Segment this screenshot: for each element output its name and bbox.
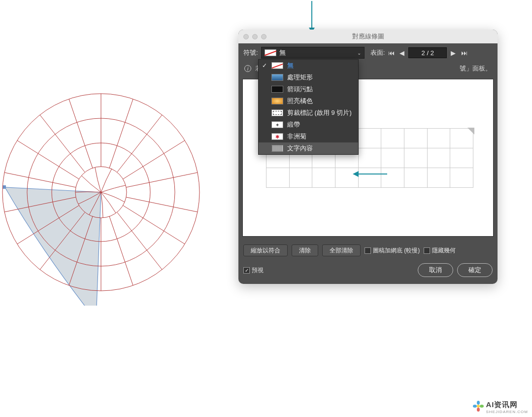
none-swatch-icon xyxy=(265,49,276,56)
svg-rect-0 xyxy=(2,185,6,189)
watermark-logo-icon xyxy=(473,401,484,414)
svg-point-29 xyxy=(477,401,480,405)
svg-point-28 xyxy=(477,405,480,408)
dialog-titlebar: 對應線條圖 xyxy=(238,30,498,43)
hide-geometry-checkbox[interactable]: 隱藏幾何 xyxy=(424,246,456,255)
dd-item-orange[interactable]: 照亮橘色 xyxy=(259,95,358,107)
dd-item-none[interactable]: 無 xyxy=(259,60,358,71)
crop-swatch-icon xyxy=(271,109,283,116)
svg-point-30 xyxy=(480,405,484,408)
dd-item-rect[interactable]: 處理矩形 xyxy=(259,71,358,83)
dd-label: 箭頭污點 xyxy=(287,85,313,94)
hide-geometry-label: 隱藏幾何 xyxy=(432,246,456,255)
dialog-title: 對應線條圖 xyxy=(238,32,498,41)
symbol-selected-value: 無 xyxy=(279,48,357,57)
svg-line-21 xyxy=(17,140,79,179)
watermark: AI资讯网 SHEJIDAREN.COM xyxy=(473,400,528,414)
arrow-swatch-icon xyxy=(271,86,283,93)
symbol-dropdown[interactable]: 無 ⌄ xyxy=(261,47,365,59)
dd-item-ribbon[interactable]: 緞帶 xyxy=(259,119,358,131)
checkbox-icon xyxy=(365,247,371,254)
annotation-arrow-down xyxy=(308,1,316,34)
symbol-options-dialog: 對應線條圖 符號: 無 ⌄ 表面: ⏮ ◀ 2 / 2 ▶ ⏭ i 若 號」面板… xyxy=(238,30,498,284)
dd-label: 處理矩形 xyxy=(287,73,313,82)
cancel-button[interactable]: 取消 xyxy=(418,263,453,277)
dd-label: 剪裁標記 (啟用 9 切片) xyxy=(287,108,352,117)
fit-to-scale-button[interactable]: 縮放以符合 xyxy=(243,244,288,256)
watermark-subtext: SHEJIDAREN.COM xyxy=(486,410,528,414)
symbol-label: 符號: xyxy=(243,48,258,57)
polar-chart-svg xyxy=(0,59,222,306)
dd-item-crop[interactable]: 剪裁標記 (啟用 9 切片) xyxy=(259,107,358,119)
none-swatch-icon xyxy=(271,62,283,69)
next-page-button[interactable]: ▶ xyxy=(449,49,458,57)
prev-page-button[interactable]: ◀ xyxy=(398,49,406,57)
surface-label: 表面: xyxy=(370,48,385,57)
svg-line-8 xyxy=(117,115,162,172)
flower-swatch-icon xyxy=(271,133,283,140)
raster-checkbox-label: 圖稿加網底 (較慢) xyxy=(373,246,420,255)
dd-label: 緞帶 xyxy=(287,120,300,129)
preview-checkbox-label: 預視 xyxy=(252,266,264,275)
clear-all-button[interactable]: 全部清除 xyxy=(322,244,361,256)
ribbon-swatch-icon xyxy=(271,121,283,128)
clear-button[interactable]: 清除 xyxy=(292,244,318,256)
dd-label: 非洲菊 xyxy=(287,132,306,141)
svg-line-7 xyxy=(109,99,133,168)
dd-label: 照亮橘色 xyxy=(287,97,313,105)
artboard-diagram xyxy=(0,59,222,306)
preview-checkbox[interactable]: ✓ 預視 xyxy=(243,266,264,275)
svg-line-13 xyxy=(117,212,162,270)
svg-line-20 xyxy=(4,173,76,187)
dd-label: 無 xyxy=(287,61,294,70)
svg-line-12 xyxy=(123,206,185,244)
svg-line-22 xyxy=(40,115,85,172)
annotation-arrow-left xyxy=(353,171,387,179)
svg-line-23 xyxy=(69,99,93,168)
ok-button[interactable]: 確定 xyxy=(457,263,493,277)
checkbox-icon xyxy=(424,247,430,254)
orange-swatch-icon xyxy=(271,98,283,104)
rect-swatch-icon xyxy=(271,74,283,81)
dialog-footer: 縮放以符合 清除 全部清除 圖稿加網底 (較慢) 隱藏幾何 ✓ 預視 取消 確定 xyxy=(238,241,498,284)
text-swatch-icon xyxy=(271,145,283,152)
dd-label: 文字內容 xyxy=(287,144,313,153)
svg-point-31 xyxy=(477,408,480,412)
raster-checkbox[interactable]: 圖稿加網底 (較慢) xyxy=(365,246,420,255)
checkbox-checked-icon: ✓ xyxy=(243,267,250,274)
page-indicator[interactable]: 2 / 2 xyxy=(408,47,447,58)
info-text-suffix: 號」面板。 xyxy=(460,64,492,73)
dd-item-arrow-smudge[interactable]: 箭頭污點 xyxy=(259,83,358,95)
dd-item-text-content[interactable]: 文字內容 xyxy=(259,142,358,154)
watermark-text: AI资讯网 xyxy=(486,400,518,409)
symbol-dropdown-list[interactable]: 無 處理矩形 箭頭污點 照亮橘色 剪裁標記 (啟用 9 切片) 緞帶 非洲菊 xyxy=(258,59,359,155)
chevron-down-icon: ⌄ xyxy=(357,50,361,56)
svg-line-10 xyxy=(126,173,198,187)
info-icon: i xyxy=(244,65,251,72)
svg-line-11 xyxy=(126,197,198,212)
svg-line-9 xyxy=(123,140,185,179)
surface-nav: 表面: ⏮ ◀ 2 / 2 ▶ ⏭ xyxy=(370,47,469,58)
last-page-button[interactable]: ⏭ xyxy=(460,49,468,57)
dd-item-flower[interactable]: 非洲菊 xyxy=(259,131,358,142)
svg-point-32 xyxy=(473,405,477,408)
svg-line-14 xyxy=(109,216,133,285)
first-page-button[interactable]: ⏮ xyxy=(387,49,396,57)
svg-marker-27 xyxy=(353,171,359,177)
